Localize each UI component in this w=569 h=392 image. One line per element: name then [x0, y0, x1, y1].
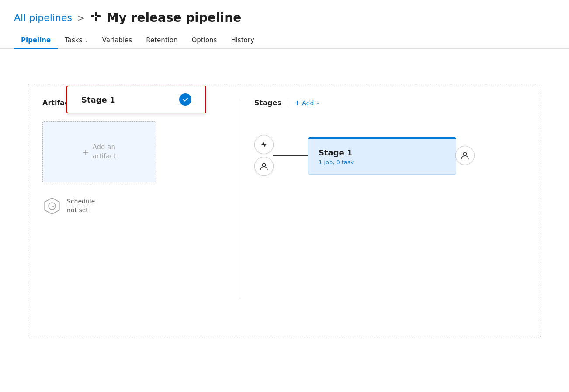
tab-retention[interactable]: Retention [139, 32, 184, 48]
stage-card-title: Stage 1 [319, 148, 447, 157]
page-title: My release pipeline [107, 10, 241, 25]
stages-sep: | [287, 98, 289, 107]
stages-section: Stages | + Add ⌄ [254, 98, 527, 299]
connector [273, 155, 308, 156]
stages-area: Stage 1 1 job, 0 task [254, 134, 527, 177]
svg-rect-0 [95, 12, 97, 16]
stage-popup[interactable]: Stage 1 [66, 86, 206, 113]
section-divider [240, 98, 240, 299]
schedule-label: Schedule not set [67, 197, 95, 214]
stage-card-body: Stage 1 1 job, 0 task [308, 139, 456, 174]
tab-history[interactable]: History [224, 32, 261, 48]
tasks-chevron-icon: ⌄ [84, 38, 88, 43]
add-artifact-text: Add an artifact [93, 143, 116, 161]
artifacts-section: Artifacts | + Add + Add an artifact [42, 98, 226, 299]
stage-popup-name: Stage 1 [81, 95, 169, 104]
add-stage-chevron-icon: ⌄ [316, 100, 319, 106]
person-post-icon[interactable] [455, 146, 475, 165]
svg-point-9 [463, 152, 467, 156]
stage-card[interactable]: Stage 1 1 job, 0 task [308, 137, 456, 175]
stages-header: Stages | + Add ⌄ [254, 98, 527, 107]
pipeline-canvas: Artifacts | + Add + Add an artifact [28, 84, 541, 337]
breadcrumb-link[interactable]: All pipelines [14, 12, 72, 23]
page-header: All pipelines > My release pipeline [0, 0, 569, 25]
stages-title: Stages [254, 99, 281, 107]
breadcrumb-sep: > [77, 13, 85, 23]
nav-tabs: Pipeline Tasks ⌄ Variables Retention Opt… [0, 32, 569, 49]
pre-deployment-icons [254, 134, 274, 177]
tab-options[interactable]: Options [185, 32, 224, 48]
pipeline-icon [90, 11, 101, 24]
add-artifact-plus-icon: + [82, 148, 89, 157]
svg-rect-2 [91, 15, 94, 17]
tab-tasks[interactable]: Tasks ⌄ [58, 32, 95, 48]
person-pre-icon[interactable] [254, 157, 274, 176]
svg-point-8 [262, 163, 266, 167]
tab-variables[interactable]: Variables [95, 32, 139, 48]
stage-popup-check-icon [179, 93, 191, 106]
tab-pipeline[interactable]: Pipeline [14, 32, 58, 48]
schedule-icon [42, 196, 62, 216]
post-deployment-icons [455, 144, 475, 166]
add-stage-button[interactable]: + Add ⌄ [295, 99, 320, 107]
add-artifact-box[interactable]: + Add an artifact [42, 121, 156, 182]
svg-rect-3 [97, 15, 101, 17]
svg-rect-1 [95, 17, 97, 21]
stage-card-subtitle: 1 job, 0 task [319, 159, 447, 165]
lightning-icon[interactable] [254, 135, 274, 154]
svg-line-7 [52, 206, 54, 207]
schedule-item[interactable]: Schedule not set [42, 196, 226, 216]
